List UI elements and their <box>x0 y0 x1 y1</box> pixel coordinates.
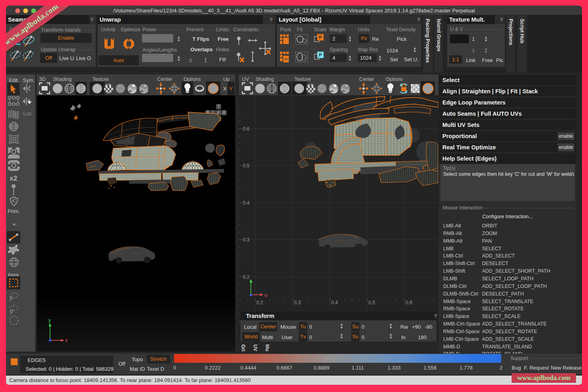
svg-text:0.4: 0.4 <box>243 200 250 206</box>
svg-text:y: y <box>48 318 51 323</box>
svg-text:X: X <box>223 86 227 92</box>
svg-text:0.6: 0.6 <box>406 300 412 306</box>
svg-text:0.2: 0.2 <box>243 274 250 280</box>
svg-text:F: F <box>217 111 220 115</box>
svg-text:R: R <box>222 111 225 115</box>
svg-text:0.3: 0.3 <box>243 237 250 243</box>
svg-text:0.4: 0.4 <box>331 300 338 306</box>
svg-text:0.6: 0.6 <box>243 126 250 132</box>
svg-text:P: P <box>319 52 322 57</box>
svg-text:v: v <box>250 279 252 285</box>
svg-text:T: T <box>217 105 220 109</box>
svg-text:Y: Y <box>229 86 233 92</box>
svg-text:0.5: 0.5 <box>243 163 250 169</box>
svg-text:u: u <box>264 292 267 298</box>
svg-text:0.3: 0.3 <box>294 300 301 306</box>
svg-text:0.5: 0.5 <box>368 300 375 306</box>
svg-text:0.2: 0.2 <box>256 300 263 306</box>
svg-text:P: P <box>319 35 322 40</box>
svg-text:x: x <box>65 338 68 343</box>
